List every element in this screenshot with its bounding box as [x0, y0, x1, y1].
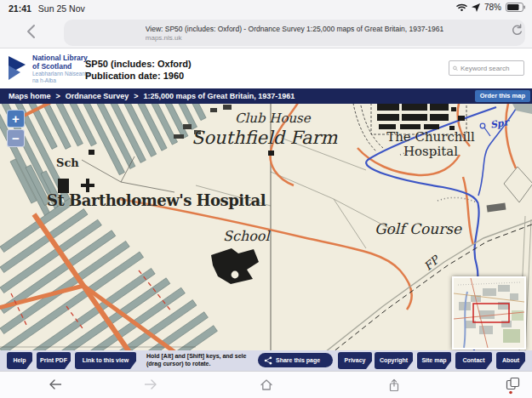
print-pdf-button[interactable]: Print PDF: [37, 352, 71, 369]
back-chevron-icon[interactable]: [26, 24, 37, 39]
help-button[interactable]: Help: [7, 352, 32, 369]
share-icon[interactable]: [388, 378, 400, 392]
home-icon[interactable]: [260, 378, 273, 391]
location-arrow-icon: [472, 3, 480, 12]
label-club-house: Club House: [235, 111, 311, 126]
churchill-hospital-buildings: [377, 104, 465, 130]
order-this-map-button[interactable]: Order this map: [475, 90, 530, 102]
address-bar[interactable]: View: SP50 (includes: Oxford) - Ordnance…: [64, 20, 525, 46]
back-arrow-icon[interactable]: [49, 378, 63, 390]
battery-percent: 78%: [484, 3, 501, 12]
nls-logo-text[interactable]: National Library of Scotland Leabharlann…: [32, 54, 89, 84]
label-school: School: [223, 228, 270, 244]
publication-date: Publication date: 1960: [85, 70, 192, 82]
contact-button[interactable]: Contact: [455, 352, 492, 369]
st-bartholomews-buildings: [58, 150, 274, 193]
page-title: View: SP50 (includes: Oxford) - Ordnance…: [146, 25, 443, 33]
keyword-search[interactable]: [449, 60, 524, 76]
sheet-title: SP50 (includes: Oxford): [85, 58, 192, 70]
enclosure-rhombus: [504, 167, 532, 202]
breadcrumb-ordnance-survey[interactable]: Ordnance Survey: [66, 92, 129, 100]
search-input[interactable]: [460, 65, 520, 72]
label-churchill-hospital: The Churchill Hospital: [380, 130, 481, 159]
link-to-view-button[interactable]: Link to this view: [75, 352, 136, 369]
zoom-out-button[interactable]: −: [7, 129, 25, 147]
search-icon: [453, 65, 458, 72]
label-southfield-farm: Southfield Farm: [192, 128, 337, 148]
privacy-button[interactable]: Privacy: [338, 352, 372, 369]
forward-arrow-icon[interactable]: [143, 378, 157, 390]
copyright-button[interactable]: Copyright: [375, 352, 413, 369]
status-bar: 21:41 Sun 25 Nov 78%: [0, 0, 532, 17]
label-st-bartholomews-hospital: St Bartholomew's Hospital: [47, 191, 266, 209]
overview-minimap[interactable]: [452, 276, 526, 350]
breadcrumb: Maps home > Ordnance Survey > 1:25,000 m…: [0, 88, 532, 104]
page-url: maps.nls.uk: [146, 34, 443, 42]
share-network-icon: [264, 356, 272, 365]
label-golf-course: Golf Course: [375, 220, 461, 237]
breadcrumb-separator: >: [134, 92, 138, 100]
breadcrumb-current-series: 1:25,000 maps of Great Britain, 1937-196…: [144, 92, 295, 100]
site-header: National Library of Scotland Leabharlann…: [0, 48, 532, 88]
browser-bottom-bar: [0, 371, 532, 398]
about-button[interactable]: About: [496, 352, 525, 369]
map-viewport[interactable]: Club House Southfield Farm The Churchill…: [0, 104, 532, 350]
footer-toolbar: Help Print PDF Link to this view Hold [A…: [0, 350, 532, 371]
label-school-abbr: Sch: [56, 156, 79, 169]
breadcrumb-separator: >: [56, 92, 60, 100]
breadcrumb-maps-home[interactable]: Maps home: [9, 92, 51, 100]
wifi-icon: [456, 3, 467, 12]
battery-icon: [506, 3, 525, 12]
site-map-button[interactable]: Site map: [417, 352, 451, 369]
zoom-controls: + −: [7, 110, 25, 149]
building-east: [487, 203, 506, 213]
windows-tabs-icon[interactable]: [506, 377, 521, 395]
zoom-in-button[interactable]: +: [7, 110, 25, 128]
refresh-icon[interactable]: [511, 24, 523, 37]
road-casing-dashes: [352, 104, 383, 151]
browser-toolbar: View: SP50 (includes: Oxford) - Ordnance…: [0, 17, 532, 48]
share-this-page-button[interactable]: Share this page: [258, 353, 333, 367]
urban-blocks-southwest: [0, 198, 217, 350]
clock: 21:41: [9, 3, 31, 14]
notification-dot: [509, 391, 512, 395]
nls-logo[interactable]: [8, 54, 30, 82]
status-date: Sun 25 Nov: [38, 3, 85, 14]
minimap-artwork: [454, 278, 524, 348]
spring-symbol: [480, 123, 485, 128]
school-building: [211, 248, 259, 284]
